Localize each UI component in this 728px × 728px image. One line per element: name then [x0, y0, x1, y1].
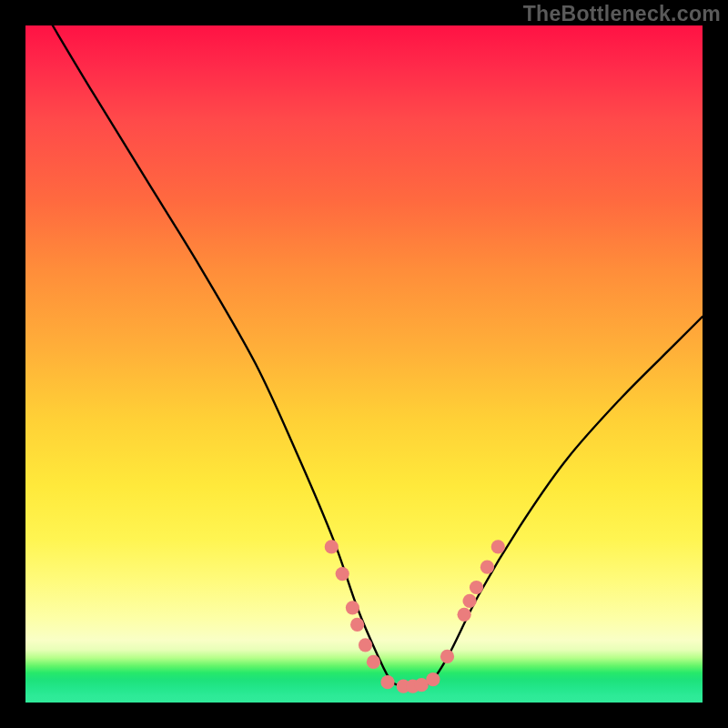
plot-area [25, 25, 703, 703]
svg-point-5 [367, 655, 380, 669]
svg-point-12 [458, 608, 471, 622]
svg-point-0 [325, 540, 339, 553]
svg-point-3 [350, 618, 364, 632]
svg-point-13 [463, 594, 477, 608]
svg-point-4 [359, 638, 372, 652]
svg-point-1 [336, 567, 349, 581]
outer-frame: TheBottleneck.com [0, 0, 728, 728]
svg-point-6 [380, 675, 394, 689]
bottleneck-curve [53, 25, 703, 687]
watermark-text: TheBottleneck.com [523, 2, 721, 26]
highlight-dots [325, 540, 505, 693]
svg-point-16 [491, 540, 505, 553]
svg-point-2 [346, 601, 359, 614]
svg-point-10 [426, 672, 440, 686]
svg-point-14 [470, 581, 483, 594]
svg-point-15 [480, 561, 494, 574]
svg-point-11 [440, 650, 454, 663]
chart-svg [25, 25, 703, 703]
